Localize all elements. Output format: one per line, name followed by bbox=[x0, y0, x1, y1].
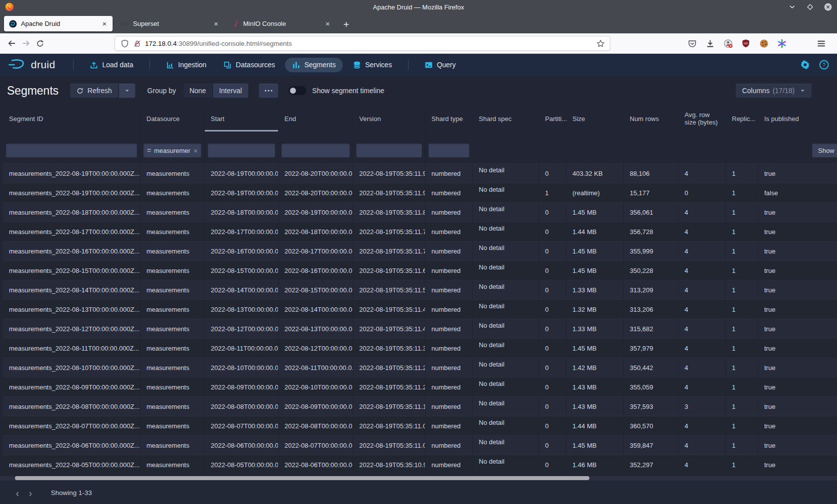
is-published-filter-select[interactable]: Show bbox=[812, 143, 837, 157]
cell-segment_id: measurements_2022-08-05T00:00:00.000Z... bbox=[3, 455, 140, 474]
cell-end: 2022-08-20T00:00:00.0... bbox=[279, 164, 353, 183]
cell-shard_spec: No detail bbox=[473, 222, 539, 241]
column-header-start[interactable]: Start bbox=[205, 106, 279, 131]
url-bar[interactable]: 172.18.0.4:30899/unified-console.html#se… bbox=[115, 36, 610, 51]
account-alert-extension-icon[interactable] bbox=[722, 38, 733, 49]
column-header-partition[interactable]: Partiti... bbox=[539, 106, 566, 131]
table-row[interactable]: measurements_2022-08-11T00:00:00.000Z...… bbox=[3, 338, 837, 358]
window-close-icon[interactable] bbox=[824, 3, 832, 11]
table-row[interactable]: measurements_2022-08-18T00:00:00.000Z...… bbox=[3, 202, 837, 222]
table-row[interactable]: measurements_2022-08-16T00:00:00.000Z...… bbox=[3, 241, 837, 260]
horizontal-scrollbar[interactable] bbox=[0, 476, 837, 480]
window-minimize-icon[interactable] bbox=[788, 3, 796, 11]
table-row[interactable]: measurements_2022-08-15T00:00:00.000Z...… bbox=[3, 260, 837, 280]
nav-item-services[interactable]: Services bbox=[346, 58, 399, 72]
refresh-interval-dropdown[interactable] bbox=[119, 83, 136, 98]
cell-shard_spec: No detail bbox=[473, 164, 539, 183]
reload-icon[interactable] bbox=[33, 36, 47, 50]
table-row[interactable]: measurements_2022-08-19T00:00:00.000Z...… bbox=[3, 163, 837, 183]
window-maximize-icon[interactable] bbox=[806, 3, 814, 11]
cell-end: 2022-08-16T00:00:00.0... bbox=[279, 261, 353, 280]
back-icon[interactable] bbox=[5, 36, 19, 50]
cell-shard_spec: No detail bbox=[473, 261, 539, 280]
cell-replication: 1 bbox=[726, 164, 758, 183]
segment-timeline-toggle[interactable] bbox=[288, 86, 306, 95]
nav-item-query[interactable]: Query bbox=[418, 58, 463, 72]
cell-partition: 0 bbox=[539, 164, 566, 183]
druid-logo[interactable]: druid bbox=[8, 58, 55, 71]
shield-icon[interactable] bbox=[120, 39, 129, 48]
filter-input-end[interactable] bbox=[281, 143, 350, 157]
table-row[interactable]: measurements_2022-08-05T00:00:00.000Z...… bbox=[3, 455, 837, 474]
forward-icon[interactable] bbox=[19, 36, 33, 50]
clear-filter-icon[interactable]: × bbox=[193, 146, 198, 155]
column-header-is_published[interactable]: Is published bbox=[758, 106, 837, 131]
new-tab-button[interactable] bbox=[340, 18, 353, 31]
filter-input-segment_id[interactable] bbox=[6, 143, 137, 157]
table-row[interactable]: measurements_2022-08-13T00:00:00.000Z...… bbox=[3, 299, 837, 319]
next-page-button[interactable]: › bbox=[24, 487, 37, 500]
column-label: Num rows bbox=[630, 115, 659, 123]
download-icon[interactable] bbox=[704, 38, 715, 49]
tab-apache-druid[interactable]: Apache Druid× bbox=[4, 16, 113, 31]
more-options-button[interactable] bbox=[259, 83, 279, 98]
filter-cell-end bbox=[279, 131, 353, 163]
table-row[interactable]: measurements_2022-08-17T00:00:00.000Z...… bbox=[3, 222, 837, 241]
column-header-size[interactable]: Size bbox=[566, 106, 624, 131]
nav-item-ingestion[interactable]: Ingestion bbox=[159, 58, 214, 72]
cell-datasource: measurements bbox=[140, 164, 205, 183]
column-header-version[interactable]: Version bbox=[353, 106, 425, 131]
nav-item-datasources[interactable]: Datasources bbox=[216, 58, 282, 72]
column-header-segment_id[interactable]: Segment ID bbox=[3, 106, 140, 131]
ublock-origin-icon[interactable]: UO bbox=[740, 38, 751, 49]
insecure-lock-icon[interactable] bbox=[133, 39, 141, 47]
table-row[interactable]: measurements_2022-08-09T00:00:00.000Z...… bbox=[3, 377, 837, 396]
nav-item-segments[interactable]: Segments bbox=[285, 58, 343, 72]
pocket-icon[interactable] bbox=[687, 38, 698, 49]
table-filter-row: =measurements×Show bbox=[3, 131, 837, 163]
filter-input-start[interactable] bbox=[208, 143, 275, 157]
prev-page-button[interactable]: ‹ bbox=[11, 487, 24, 500]
group-by-interval-button[interactable]: Interval bbox=[213, 83, 249, 98]
table-row[interactable]: measurements_2022-08-19T00:00:00.000Z...… bbox=[3, 183, 837, 202]
cell-avg_row_size: 4 bbox=[679, 436, 726, 455]
column-header-shard_type[interactable]: Shard type bbox=[425, 106, 473, 131]
help-icon[interactable]: ? bbox=[819, 60, 829, 70]
cookie-extension-icon[interactable] bbox=[758, 38, 769, 49]
colorful-asterisk-extension-icon[interactable] bbox=[776, 38, 787, 49]
column-header-datasource[interactable]: Datasource bbox=[140, 106, 205, 131]
column-header-end[interactable]: End bbox=[279, 106, 353, 131]
scrollbar-thumb[interactable] bbox=[15, 476, 589, 480]
tab-close-icon[interactable]: × bbox=[213, 19, 219, 28]
column-header-shard_spec[interactable]: Shard spec bbox=[473, 106, 539, 131]
cell-shard_spec: No detail bbox=[473, 397, 539, 416]
tab-close-icon[interactable]: × bbox=[101, 19, 108, 28]
window-title: Apache Druid — Mozilla Firefox bbox=[0, 3, 837, 11]
gear-icon[interactable] bbox=[800, 60, 810, 70]
datasource-filter-chip[interactable]: =measurements× bbox=[143, 143, 201, 157]
column-header-num_rows[interactable]: Num rows bbox=[624, 106, 679, 131]
cell-end: 2022-08-10T00:00:00.0... bbox=[279, 378, 353, 396]
nav-item-load-data[interactable]: Load data bbox=[83, 58, 140, 72]
column-header-replication[interactable]: Replic... bbox=[726, 106, 758, 131]
cell-shard_spec: No detail bbox=[473, 436, 539, 455]
table-row[interactable]: measurements_2022-08-06T00:00:00.000Z...… bbox=[3, 435, 837, 455]
table-row[interactable]: measurements_2022-08-14T00:00:00.000Z...… bbox=[3, 280, 837, 299]
table-row[interactable]: measurements_2022-08-12T00:00:00.000Z...… bbox=[3, 319, 837, 338]
filter-input-version[interactable] bbox=[356, 143, 422, 157]
table-row[interactable]: measurements_2022-08-10T00:00:00.000Z...… bbox=[3, 358, 837, 377]
tab-close-icon[interactable]: × bbox=[324, 19, 331, 28]
filter-input-shard_type[interactable] bbox=[428, 143, 469, 157]
table-row[interactable]: measurements_2022-08-08T00:00:00.000Z...… bbox=[3, 396, 837, 416]
cell-avg_row_size: 4 bbox=[679, 242, 726, 260]
column-header-avg_row_size[interactable]: Avg. row size (bytes) bbox=[679, 106, 726, 131]
columns-button[interactable]: Columns (17/18) bbox=[735, 83, 812, 98]
tab-superset[interactable]: Superset× bbox=[116, 16, 224, 31]
nav-divider bbox=[149, 59, 150, 70]
group-by-none-button[interactable]: None bbox=[183, 83, 212, 98]
tab-minio-console[interactable]: MinIO Console× bbox=[227, 16, 336, 31]
table-row[interactable]: measurements_2022-08-07T00:00:00.000Z...… bbox=[3, 416, 837, 435]
refresh-button[interactable]: Refresh bbox=[70, 83, 119, 98]
bookmark-star-icon[interactable] bbox=[596, 39, 605, 48]
menu-icon[interactable] bbox=[814, 36, 828, 50]
